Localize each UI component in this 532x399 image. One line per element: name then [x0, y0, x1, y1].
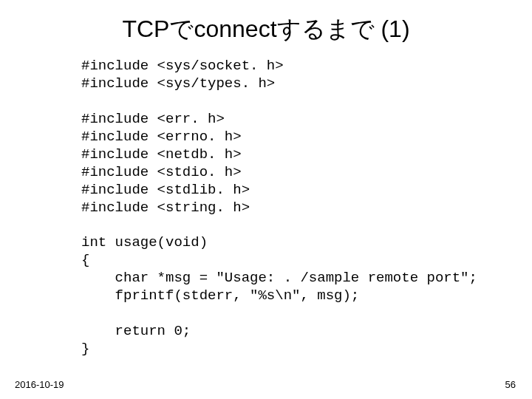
footer-date: 2016-10-19: [15, 379, 64, 390]
slide: TCPでconnectするまで (1) #include <sys/socket…: [0, 0, 532, 399]
footer-page-number: 56: [505, 379, 516, 390]
slide-title: TCPでconnectするまで (1): [0, 0, 532, 53]
code-block: #include <sys/socket. h> #include <sys/t…: [0, 53, 532, 358]
